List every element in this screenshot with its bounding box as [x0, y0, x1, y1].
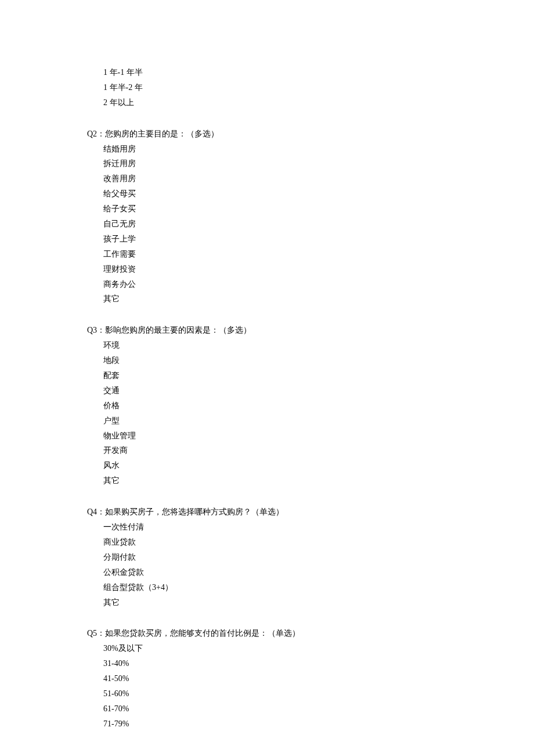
list-item: 理财投资	[103, 262, 534, 277]
list-item: 其它	[103, 473, 534, 488]
list-item: 自己无房	[103, 217, 534, 232]
question-label: Q5：如果您贷款买房，您能够支付的首付比例是：（单选）	[87, 626, 534, 641]
list-item: 孩子上学	[103, 232, 534, 247]
document-page: 1 年-1 年半 1 年半-2 年 2 年以上 Q2：您购房的主要目的是：（多选…	[0, 0, 534, 756]
list-item: 1 年-1 年半	[103, 65, 534, 80]
question-label: Q2：您购房的主要目的是：（多选）	[87, 127, 534, 142]
list-item: 结婚用房	[103, 142, 534, 157]
list-item: 户型	[103, 413, 534, 429]
list-item: 30%及以下	[103, 641, 534, 656]
list-item: 风水	[103, 458, 534, 473]
question-5-options: 30%及以下 31-40% 41-50% 51-60% 61-70% 71-79…	[87, 641, 534, 731]
question-4-options: 一次性付清 商业贷款 分期付款 公积金贷款 组合型贷款（3+4） 其它	[87, 520, 534, 610]
question-3: Q3：影响您购房的最主要的因素是：（多选） 环境 地段 配套 交通 价格 户型 …	[87, 323, 534, 488]
list-item: 交通	[103, 383, 534, 398]
list-item: 配套	[103, 368, 534, 383]
list-item: 组合型贷款（3+4）	[103, 580, 534, 595]
list-item: 1 年半-2 年	[103, 80, 534, 95]
list-item: 地段	[103, 353, 534, 368]
list-item: 51-60%	[103, 686, 534, 701]
list-item: 61-70%	[103, 701, 534, 717]
question-3-options: 环境 地段 配套 交通 价格 户型 物业管理 开发商 风水 其它	[87, 338, 534, 488]
list-item: 给子女买	[103, 201, 534, 217]
list-item: 商务办公	[103, 277, 534, 292]
list-item: 改善用房	[103, 171, 534, 186]
question-2-options: 结婚用房 拆迁用房 改善用房 给父母买 给子女买 自己无房 孩子上学 工作需要 …	[87, 142, 534, 307]
list-item: 拆迁用房	[103, 156, 534, 171]
list-item: 物业管理	[103, 429, 534, 444]
list-item: 给父母买	[103, 186, 534, 201]
question-label: Q4：如果购买房子，您将选择哪种方式购房？（单选）	[87, 505, 534, 520]
list-item: 分期付款	[103, 550, 534, 565]
question-1-options: 1 年-1 年半 1 年半-2 年 2 年以上	[87, 65, 534, 110]
list-item: 开发商	[103, 443, 534, 458]
question-1-continued: 1 年-1 年半 1 年半-2 年 2 年以上	[87, 65, 534, 110]
list-item: 其它	[103, 595, 534, 610]
question-label: Q3：影响您购房的最主要的因素是：（多选）	[87, 323, 534, 338]
list-item: 价格	[103, 398, 534, 413]
list-item: 一次性付清	[103, 520, 534, 535]
list-item: 41-50%	[103, 671, 534, 686]
list-item: 其它	[103, 291, 534, 307]
list-item: 2 年以上	[103, 95, 534, 110]
list-item: 31-40%	[103, 656, 534, 671]
list-item: 公积金贷款	[103, 565, 534, 580]
question-2: Q2：您购房的主要目的是：（多选） 结婚用房 拆迁用房 改善用房 给父母买 给子…	[87, 127, 534, 307]
question-5: Q5：如果您贷款买房，您能够支付的首付比例是：（单选） 30%及以下 31-40…	[87, 626, 534, 731]
list-item: 商业贷款	[103, 535, 534, 550]
list-item: 工作需要	[103, 247, 534, 262]
question-4: Q4：如果购买房子，您将选择哪种方式购房？（单选） 一次性付清 商业贷款 分期付…	[87, 505, 534, 610]
list-item: 71-79%	[103, 717, 534, 732]
list-item: 环境	[103, 338, 534, 353]
